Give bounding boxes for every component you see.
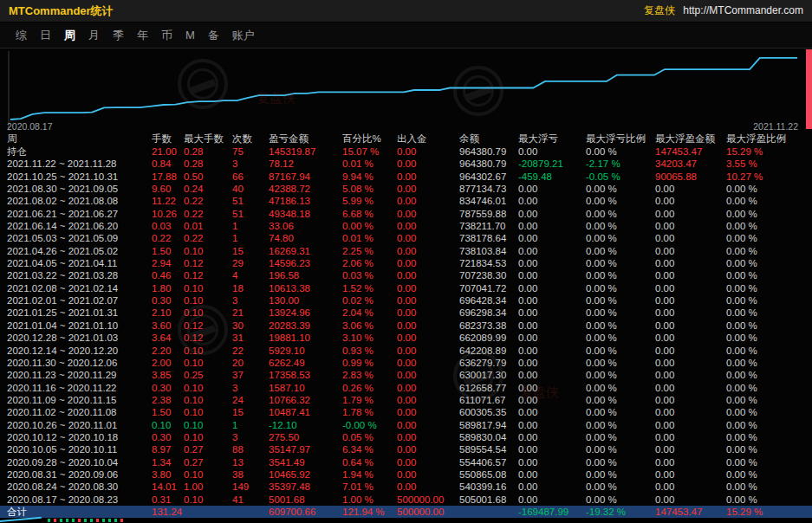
cell-count: 88 xyxy=(232,443,269,455)
cell-max-float-profit-pct: 0.00 % xyxy=(726,369,812,381)
menu-item-周[interactable]: 周 xyxy=(64,28,75,43)
menu-item-币[interactable]: 币 xyxy=(161,28,172,43)
cell-max-float-loss: 0.00 xyxy=(518,269,586,281)
table-row[interactable]: 2021.06.21 ~ 2021.06.2710.260.225149348.… xyxy=(0,208,812,220)
cell-max-float-profit: 0.00 xyxy=(655,294,726,307)
table-row[interactable]: 2021.01.25 ~ 2021.01.312.100.102113924.9… xyxy=(0,307,812,319)
table-row[interactable]: 2021.02.01 ~ 2021.02.070.300.103130.000.… xyxy=(0,294,812,307)
menu-item-日[interactable]: 日 xyxy=(40,28,51,43)
cell-balance: 834746.01 xyxy=(459,195,518,207)
table-row[interactable]: 2021.02.08 ~ 2021.02.141.800.101810613.3… xyxy=(0,282,812,294)
table-row[interactable]: 2021.01.04 ~ 2021.01.103.600.123020283.3… xyxy=(0,320,812,332)
cell-pct: 7.01 % xyxy=(342,481,397,493)
table-row[interactable]: 2021.04.26 ~ 2021.05.021.500.101516269.3… xyxy=(0,245,812,257)
cell-lots: 3.60 xyxy=(152,320,184,332)
cell-balance: 707238.30 xyxy=(459,269,518,281)
cell-pl: 10487.41 xyxy=(269,406,342,418)
cell-count: 15 xyxy=(232,406,269,418)
cell-max-lots: 0.10 xyxy=(184,382,232,394)
menu-item-月[interactable]: 月 xyxy=(88,28,100,43)
table-row[interactable]: 2020.09.28 ~ 2020.10.041.340.27133541.49… xyxy=(0,456,812,468)
table-row[interactable]: 2021.11.22 ~ 2021.11.280.840.28378.120.0… xyxy=(0,158,812,170)
table-row[interactable]: 2021.10.25 ~ 2021.10.3117.880.506687167.… xyxy=(0,171,812,183)
table-row[interactable]: 2021.03.22 ~ 2021.03.280.460.124196.580.… xyxy=(0,269,812,281)
cell-pct: 0.02 % xyxy=(342,294,397,307)
equity-chart: 2020.08.17 2021.11.22 xyxy=(0,48,812,132)
table-row[interactable]: 持仓21.000.2875145319.8715.07 %0.00964380.… xyxy=(0,145,812,158)
table-header: 周手数最大手数次数盈亏金额百分比%出入金余额最大浮亏最大浮亏比例最大浮盈金额最大… xyxy=(0,132,812,145)
cell-max-float-profit-pct: 0.00 % xyxy=(726,494,812,506)
cell-balance: 738211.70 xyxy=(459,220,518,232)
cell-max-float-loss: -459.48 xyxy=(518,171,586,183)
cell-max-float-loss-pct: 0.00 % xyxy=(586,382,655,394)
table-row[interactable]: 2020.12.28 ~ 2021.01.033.640.123119881.1… xyxy=(0,332,812,344)
cell-period: 2021.01.25 ~ 2021.01.31 xyxy=(7,307,152,319)
table-row[interactable]: 2020.11.30 ~ 2020.12.062.000.10206262.49… xyxy=(0,357,812,369)
table-row[interactable]: 2021.08.30 ~ 2021.09.059.600.244042388.7… xyxy=(0,183,812,195)
cell-max-float-loss-pct: 0.00 % xyxy=(586,183,655,195)
table-row[interactable]: 2020.08.31 ~ 2020.09.063.800.103810465.9… xyxy=(0,468,812,481)
cell-count: 75 xyxy=(232,145,269,158)
table-row[interactable]: 2020.10.26 ~ 2020.11.010.100.101-12.10-0… xyxy=(0,419,812,431)
table-row[interactable]: 2020.08.24 ~ 2020.08.3014.011.0014935397… xyxy=(0,481,812,493)
cell-period: 2020.12.28 ~ 2021.01.03 xyxy=(7,332,152,344)
cell-max-lots: 0.12 xyxy=(184,320,232,332)
cell-pl: 17358.53 xyxy=(269,369,342,381)
cell-balance: 721834.53 xyxy=(459,257,518,269)
mini-bar xyxy=(66,519,68,522)
cell-lots: 0.84 xyxy=(152,158,184,170)
menu-item-综[interactable]: 综 xyxy=(16,28,27,43)
cell-max-float-loss: 0.00 xyxy=(518,320,586,332)
cell-cash: 500000.00 xyxy=(397,506,459,518)
menu-item-M[interactable]: M xyxy=(185,29,195,42)
cell-pl: 14596.23 xyxy=(269,257,342,269)
cell-count: 22 xyxy=(232,345,269,357)
cell-period: 2021.10.25 ~ 2021.10.31 xyxy=(7,171,152,183)
menu-item-年[interactable]: 年 xyxy=(137,28,148,43)
cell-max-lots: 0.10 xyxy=(184,494,232,506)
cell-max-float-loss-pct: 0.00 % xyxy=(586,357,655,369)
header-max-float-loss: 最大浮亏 xyxy=(518,132,586,145)
cell-cash: 0.00 xyxy=(397,443,459,455)
table-row[interactable]: 2020.11.16 ~ 2020.11.220.300.1031587.100… xyxy=(0,382,812,394)
menu-item-账户[interactable]: 账户 xyxy=(232,28,255,43)
table-row[interactable]: 2020.10.12 ~ 2020.10.180.300.103275.500.… xyxy=(0,431,812,443)
table-row[interactable]: 2020.10.05 ~ 2020.10.118.970.278835147.9… xyxy=(0,443,812,455)
cell-pct: 0.03 % xyxy=(342,269,397,281)
cell-max-float-loss: 0.00 xyxy=(518,257,586,269)
cell-balance: 589554.54 xyxy=(459,443,518,455)
table-row[interactable]: 2021.05.03 ~ 2021.05.090.220.22174.800.0… xyxy=(0,232,812,244)
mini-bar xyxy=(78,519,81,522)
table-row[interactable]: 2021.04.05 ~ 2021.04.112.940.122914596.2… xyxy=(0,257,812,269)
mini-bar xyxy=(48,519,50,522)
cell-max-lots: 0.12 xyxy=(184,269,232,281)
cell-pl: 145319.87 xyxy=(269,145,342,158)
cell-max-float-profit-pct: 0.00 % xyxy=(726,220,812,232)
table-row[interactable]: 2020.11.23 ~ 2020.11.293.850.253717358.5… xyxy=(0,369,812,381)
cell-balance: 877134.73 xyxy=(459,183,518,195)
cell-max-lots: 1.00 xyxy=(184,481,232,493)
table-row[interactable]: 2021.08.02 ~ 2021.08.0811.220.225147186.… xyxy=(0,195,812,207)
brand-url-link[interactable]: http://MTCommander.com xyxy=(683,4,803,16)
table-row[interactable]: 2020.11.09 ~ 2020.11.152.380.102410766.3… xyxy=(0,394,812,406)
table-row[interactable]: 2020.11.02 ~ 2020.11.081.500.101510487.4… xyxy=(0,406,812,418)
partial-next-panel xyxy=(0,518,812,523)
cell-cash: 500000.00 xyxy=(397,494,459,506)
cell-max-float-profit-pct: 0.00 % xyxy=(726,183,812,195)
cell-cash: 0.00 xyxy=(397,307,459,319)
table-row[interactable]: 2020.12.14 ~ 2020.12.202.200.10225929.10… xyxy=(0,345,812,357)
cell-max-float-loss: 0.00 xyxy=(518,357,586,369)
table-row[interactable]: 2020.08.17 ~ 2020.08.230.310.10415001.68… xyxy=(0,494,812,506)
menu-item-备[interactable]: 备 xyxy=(208,28,219,43)
cell-pl: 10613.38 xyxy=(269,282,342,294)
cell-max-float-profit-pct: 0.00 % xyxy=(726,431,812,443)
menu-item-季[interactable]: 季 xyxy=(113,28,124,43)
chart-right-marker xyxy=(806,49,812,129)
cell-lots: 3.80 xyxy=(152,468,184,481)
cell-count: 40 xyxy=(232,183,269,195)
cell-max-lots: 0.01 xyxy=(184,220,232,232)
cell-balance: 550865.08 xyxy=(459,468,518,481)
cell-max-float-profit: 0.00 xyxy=(655,232,726,244)
cell-count: 1 xyxy=(232,232,269,244)
table-row[interactable]: 2021.06.14 ~ 2021.06.200.030.01133.060.0… xyxy=(0,220,812,232)
